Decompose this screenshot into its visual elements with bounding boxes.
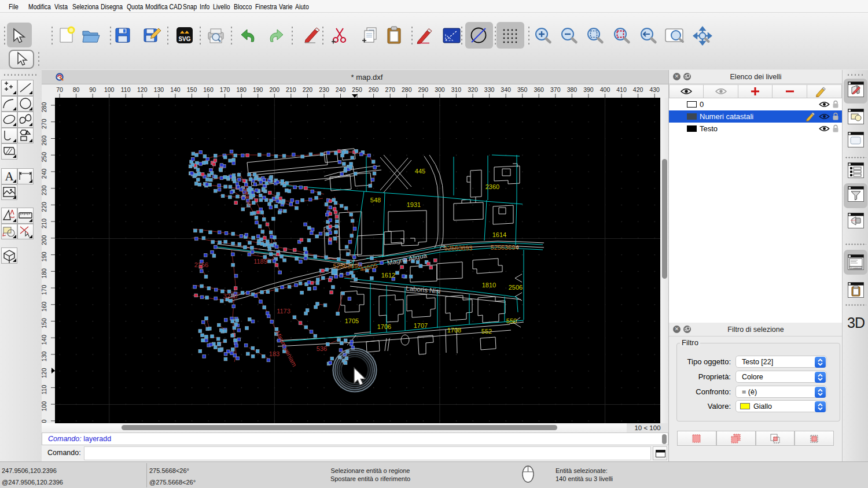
svg-text:2156: 2156	[194, 261, 208, 268]
svg-text:230: 230	[319, 86, 329, 93]
svg-text:180: 180	[236, 86, 247, 93]
svg-text:445: 445	[415, 168, 425, 175]
svg-text:80: 80	[73, 86, 80, 93]
svg-text:240: 240	[42, 168, 47, 179]
svg-text:110: 110	[121, 86, 131, 93]
svg-text:52563694: 52563694	[491, 244, 519, 251]
svg-text:280: 280	[42, 102, 47, 113]
svg-text:1173: 1173	[277, 308, 290, 315]
svg-text:160: 160	[203, 86, 214, 93]
svg-text:270: 270	[385, 86, 395, 93]
svg-text:190: 190	[253, 86, 263, 93]
svg-text:120: 120	[137, 86, 148, 93]
svg-text:120: 120	[42, 368, 47, 378]
svg-text:400: 400	[600, 86, 610, 93]
svg-text:180: 180	[42, 268, 47, 279]
svg-text:1810: 1810	[482, 282, 496, 289]
svg-text:110: 110	[42, 385, 47, 394]
svg-text:SVG: SVG	[178, 36, 190, 42]
svg-text:183: 183	[269, 350, 279, 357]
svg-text:100: 100	[42, 401, 47, 412]
svg-text:90: 90	[89, 86, 96, 93]
svg-text:290: 290	[418, 86, 429, 93]
svg-text:430: 430	[649, 86, 660, 93]
svg-text:380: 380	[567, 86, 578, 93]
svg-text:160: 160	[42, 301, 47, 312]
svg-text:C command: C command	[851, 267, 862, 269]
svg-text:320: 320	[468, 86, 478, 93]
svg-text:410: 410	[616, 86, 627, 93]
svg-text:200: 200	[270, 86, 280, 93]
svg-text:550: 550	[506, 317, 517, 324]
svg-text:1708: 1708	[447, 327, 461, 334]
svg-text:280: 280	[402, 86, 412, 93]
svg-text:552: 552	[481, 328, 492, 335]
svg-text:70: 70	[56, 86, 63, 93]
svg-text:1931: 1931	[407, 201, 421, 208]
svg-text:170: 170	[220, 86, 230, 93]
svg-text:130: 130	[154, 86, 164, 93]
svg-text:130: 130	[42, 351, 47, 361]
svg-text:210: 210	[286, 86, 296, 93]
svg-text:2360: 2360	[486, 183, 499, 190]
svg-text:390: 390	[583, 86, 594, 93]
svg-text:370: 370	[550, 86, 561, 93]
svg-text:1707: 1707	[414, 322, 428, 329]
svg-text:52563692: 52563692	[333, 263, 362, 269]
svg-text:350: 350	[517, 86, 528, 93]
svg-text:420: 420	[633, 86, 643, 93]
svg-text:1705: 1705	[345, 317, 359, 324]
svg-text:2506: 2506	[509, 284, 523, 291]
svg-text:140: 140	[170, 86, 181, 93]
svg-text:150: 150	[42, 318, 47, 328]
svg-text:360: 360	[534, 86, 544, 93]
svg-text:1614: 1614	[492, 231, 506, 238]
svg-text:240: 240	[336, 86, 346, 93]
svg-text:210: 210	[42, 219, 47, 229]
svg-text:100: 100	[104, 86, 115, 93]
svg-text:190: 190	[42, 252, 47, 262]
svg-text:3230: 3230	[223, 293, 237, 300]
svg-text:200: 200	[42, 235, 47, 245]
svg-text:52563693: 52563693	[444, 245, 473, 252]
svg-text:300: 300	[435, 86, 445, 93]
svg-text:140: 140	[42, 335, 47, 345]
svg-text:1706: 1706	[377, 323, 391, 330]
svg-text:220: 220	[303, 86, 313, 93]
svg-text:330: 330	[484, 86, 495, 93]
svg-text:170: 170	[42, 285, 47, 295]
svg-text:260: 260	[42, 135, 47, 146]
svg-text:270: 270	[42, 119, 47, 129]
svg-text:536: 536	[317, 345, 327, 352]
svg-text:90: 90	[42, 419, 47, 423]
svg-text:220: 220	[42, 202, 47, 212]
svg-text:1189: 1189	[253, 258, 267, 265]
svg-text:250: 250	[352, 86, 362, 93]
svg-text:340: 340	[501, 86, 511, 93]
svg-text:A: A	[5, 169, 14, 183]
svg-text:150: 150	[187, 86, 197, 93]
svg-text:250: 250	[42, 152, 47, 162]
svg-text:1612: 1612	[381, 272, 395, 279]
svg-text:548: 548	[370, 197, 381, 204]
svg-text:230: 230	[42, 185, 47, 195]
svg-text:310: 310	[451, 86, 462, 93]
svg-text:260: 260	[369, 86, 379, 93]
